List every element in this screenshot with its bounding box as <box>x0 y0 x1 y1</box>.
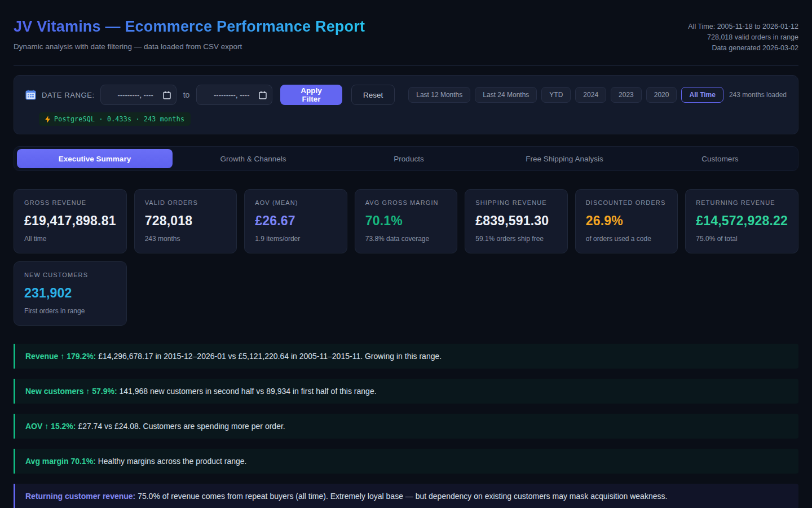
preset-last-24-months[interactable]: Last 24 Months <box>475 87 537 103</box>
insight-label: Returning customer revenue: <box>25 492 135 501</box>
insight-text: 75.0% of revenue comes from repeat buyer… <box>138 492 667 501</box>
kpi-value: £26.67 <box>255 213 337 229</box>
header: JV Vitamins — Ecommerce Performance Repo… <box>14 0 798 54</box>
tab-products[interactable]: Products <box>331 147 487 170</box>
insight-label: New customers ↑ 57.9%: <box>25 387 117 396</box>
kpi-sub: 75.0% of total <box>696 235 788 243</box>
reset-button[interactable]: Reset <box>351 85 395 105</box>
kpi-card-aov-mean: AOV (MEAN) £26.67 1.9 items/order <box>244 189 347 253</box>
kpi-value: £19,417,898.81 <box>24 213 116 229</box>
kpi-sub: 59.1% orders ship free <box>475 235 557 243</box>
insight-text: Healthy margins across the product range… <box>98 457 247 466</box>
kpi-sub: First orders in range <box>24 307 116 315</box>
to-label: to <box>182 90 191 99</box>
tabbar: Executive Summary Growth & Channels Prod… <box>14 146 798 171</box>
kpi-sub: 73.8% data coverage <box>365 235 447 243</box>
kpi-sub: of orders used a code <box>586 235 668 243</box>
kpi-label: GROSS REVENUE <box>24 199 116 206</box>
header-titles: JV Vitamins — Ecommerce Performance Repo… <box>14 18 365 51</box>
db-status-badge: PostgreSQL · 0.433s · 243 months <box>39 112 191 126</box>
date-range-label: DATE RANGE: <box>42 91 95 99</box>
insights-list: Revenue ↑ 179.2%: £14,296,678.17 in 2015… <box>14 344 798 508</box>
kpi-sub: 1.9 items/order <box>255 235 337 243</box>
insight-label: Avg margin 70.1%: <box>25 457 96 466</box>
tab-free-shipping-analysis[interactable]: Free Shipping Analysis <box>487 147 642 170</box>
kpi-value: 728,018 <box>145 213 227 229</box>
kpi-sub: All time <box>24 235 116 243</box>
kpi-label: RETURNING REVENUE <box>696 199 788 206</box>
insight-label: AOV ↑ 15.2%: <box>25 422 76 431</box>
insight-revenue-growth: Revenue ↑ 179.2%: £14,296,678.17 in 2015… <box>14 344 798 369</box>
preset-2024[interactable]: 2024 <box>575 87 606 103</box>
kpi-grid: GROSS REVENUE £19,417,898.81 All time VA… <box>14 189 798 326</box>
kpi-card-valid-orders: VALID ORDERS 728,018 243 months <box>134 189 237 253</box>
tab-executive-summary[interactable]: Executive Summary <box>14 147 175 170</box>
tab-growth-channels[interactable]: Growth & Channels <box>175 147 331 170</box>
kpi-label: DISCOUNTED ORDERS <box>586 199 668 206</box>
kpi-card-discounted-orders: DISCOUNTED ORDERS 26.9% of orders used a… <box>575 189 678 253</box>
insight-avg-margin: Avg margin 70.1%: Healthy margins across… <box>14 449 798 474</box>
meta-all-time-range: All Time: 2005-11-18 to 2026-01-12 <box>688 21 798 32</box>
preset-last-12-months[interactable]: Last 12 Months <box>408 87 470 103</box>
meta-data-generated: Data generated 2026-03-02 <box>688 43 798 54</box>
date-from-field[interactable] <box>100 85 176 105</box>
calendar-emoji-icon <box>25 90 36 100</box>
insight-aov: AOV ↑ 15.2%: £27.74 vs £24.08. Customers… <box>14 414 798 439</box>
kpi-label: AOV (MEAN) <box>255 199 337 206</box>
preset-all-time[interactable]: All Time <box>681 87 723 103</box>
insight-new-customers: New customers ↑ 57.9%: 141,968 new custo… <box>14 379 798 404</box>
tab-executive-summary-label: Executive Summary <box>17 149 173 168</box>
apply-filter-button[interactable]: Apply Filter <box>280 85 342 105</box>
insight-text: £27.74 vs £24.08. Customers are spending… <box>78 422 285 431</box>
kpi-value: £14,572,928.22 <box>696 213 788 229</box>
preset-2023[interactable]: 2023 <box>611 87 642 103</box>
kpi-card-returning-revenue: RETURNING REVENUE £14,572,928.22 75.0% o… <box>685 189 798 253</box>
date-from-calendar-icon[interactable] <box>163 91 171 99</box>
tab-customers[interactable]: Customers <box>642 147 798 170</box>
kpi-label: AVG GROSS MARGIN <box>365 199 447 206</box>
header-meta: All Time: 2005-11-18 to 2026-01-12 728,0… <box>688 18 798 54</box>
kpi-value: 231,902 <box>24 286 116 301</box>
page-subtitle: Dynamic analysis with date filtering — d… <box>14 42 365 51</box>
kpi-value: 26.9% <box>586 213 668 229</box>
kpi-sub: 243 months <box>145 235 227 243</box>
meta-valid-orders: 728,018 valid orders in range <box>688 32 798 43</box>
header-divider <box>14 65 798 65</box>
months-loaded-text: 243 months loaded <box>729 91 787 99</box>
date-to-calendar-icon[interactable] <box>259 91 267 99</box>
kpi-card-gross-revenue: GROSS REVENUE £19,417,898.81 All time <box>14 189 127 253</box>
kpi-card-new-customers: NEW CUSTOMERS 231,902 First orders in ra… <box>14 261 127 326</box>
kpi-label: VALID ORDERS <box>145 199 227 206</box>
insight-returning-customer-revenue: Returning customer revenue: 75.0% of rev… <box>14 484 798 508</box>
kpi-label: NEW CUSTOMERS <box>24 271 116 278</box>
page-title: JV Vitamins — Ecommerce Performance Repo… <box>14 18 365 36</box>
lightning-bolt-icon <box>45 116 50 123</box>
preset-ytd[interactable]: YTD <box>541 87 571 103</box>
kpi-label: SHIPPING REVENUE <box>475 199 557 206</box>
date-filter-panel: DATE RANGE: to Apply Filter Rese <box>14 75 798 134</box>
insight-label: Revenue ↑ 179.2%: <box>25 352 96 361</box>
insight-text: £14,296,678.17 in 2015-12–2026-01 vs £5,… <box>98 352 442 361</box>
preset-2020[interactable]: 2020 <box>646 87 677 103</box>
date-to-field[interactable] <box>196 85 272 105</box>
kpi-card-shipping-revenue: SHIPPING REVENUE £839,591.30 59.1% order… <box>465 189 568 253</box>
kpi-value: 70.1% <box>365 213 447 229</box>
preset-buttons: Last 12 Months Last 24 Months YTD 2024 2… <box>408 87 723 103</box>
insight-text: 141,968 new customers in second half vs … <box>120 387 377 396</box>
filter-row: DATE RANGE: to Apply Filter Rese <box>25 85 787 105</box>
db-status-text: PostgreSQL · 0.433s · 243 months <box>54 115 184 123</box>
report-page: JV Vitamins — Ecommerce Performance Repo… <box>0 0 812 508</box>
kpi-card-avg-gross-margin: AVG GROSS MARGIN 70.1% 73.8% data covera… <box>355 189 458 253</box>
kpi-value: £839,591.30 <box>475 213 557 229</box>
